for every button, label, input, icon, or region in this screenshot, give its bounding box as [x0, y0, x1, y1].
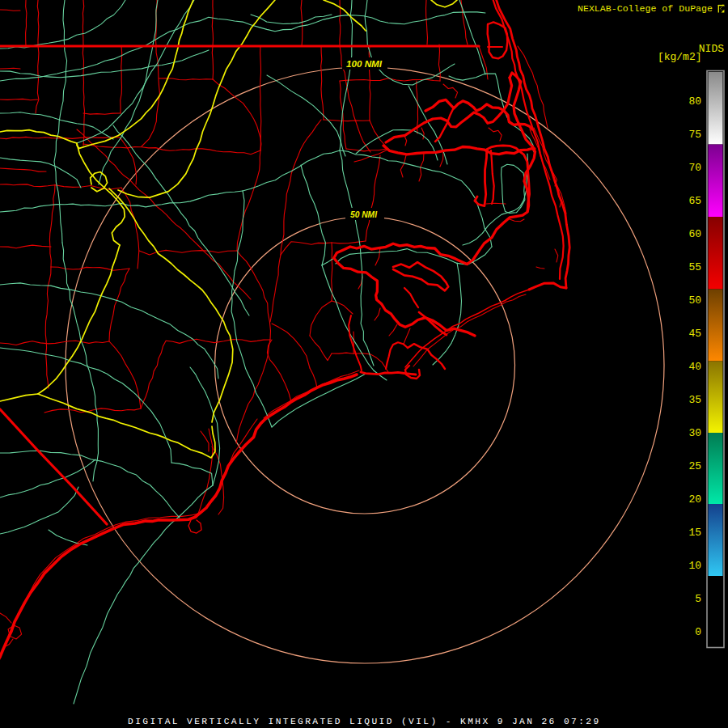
svg-text:75: 75: [688, 129, 701, 141]
svg-text:50 NMI: 50 NMI: [350, 210, 378, 219]
svg-text:25: 25: [688, 460, 701, 472]
svg-text:[kg/m2]: [kg/m2]: [658, 51, 702, 63]
svg-text:DIGITAL VERTICALLY INTEGRATED: DIGITAL VERTICALLY INTEGRATED LIQUID (VI…: [128, 717, 601, 726]
svg-text:65: 65: [688, 195, 701, 207]
svg-text:40: 40: [688, 361, 701, 373]
svg-text:50: 50: [688, 294, 701, 307]
svg-text:60: 60: [688, 228, 701, 240]
svg-text:100 NMI: 100 NMI: [346, 59, 383, 69]
svg-text:55: 55: [688, 261, 701, 273]
svg-text:20: 20: [688, 493, 701, 506]
svg-text:NEXLAB-College of DuPage: NEXLAB-College of DuPage: [578, 3, 713, 14]
svg-text:45: 45: [688, 328, 701, 340]
svg-text:35: 35: [688, 394, 701, 406]
svg-text:0: 0: [695, 626, 701, 638]
svg-text:30: 30: [688, 427, 701, 439]
svg-text:10: 10: [688, 560, 701, 572]
svg-text:5: 5: [695, 593, 701, 605]
svg-text:NIDS: NIDS: [699, 43, 724, 55]
svg-text:70: 70: [688, 162, 701, 174]
svg-text:80: 80: [688, 95, 701, 108]
svg-text:15: 15: [688, 527, 701, 539]
